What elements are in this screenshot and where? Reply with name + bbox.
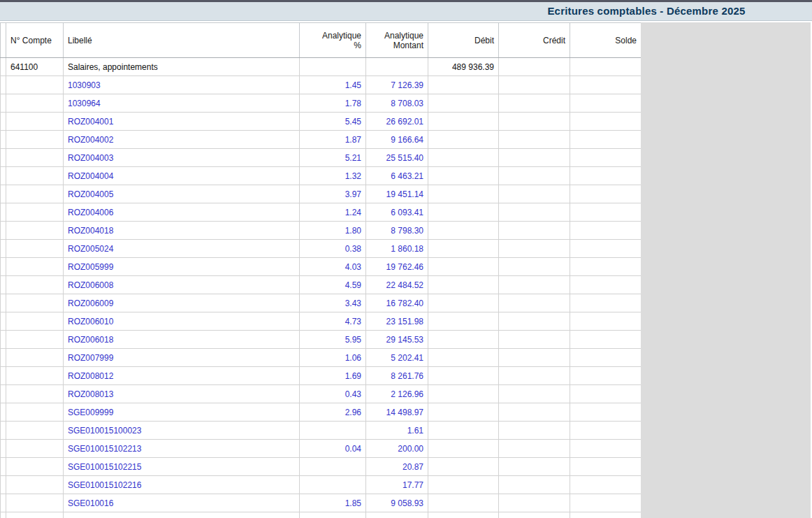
- label-cell[interactable]: 1030903: [64, 76, 300, 94]
- label-cell[interactable]: ROZ004018: [64, 222, 300, 240]
- account-cell: [6, 240, 64, 258]
- table-row: ROZ008013 0.43 2 126.96: [1, 385, 641, 403]
- label-cell[interactable]: ROZ006018: [64, 331, 300, 349]
- label-cell[interactable]: 1030964: [64, 94, 300, 113]
- account-cell: [6, 149, 64, 167]
- solde-cell: [570, 76, 641, 94]
- row-marker-cell: [1, 131, 6, 149]
- column-header-credit: Crédit: [499, 23, 570, 58]
- row-marker-cell: [1, 403, 6, 422]
- row-marker-cell: [1, 185, 6, 203]
- analytic-pct-cell: 3.43: [300, 294, 366, 312]
- solde-cell: [570, 203, 641, 222]
- solde-cell: [570, 403, 641, 422]
- credit-cell: [499, 512, 570, 518]
- analytic-pct-cell: 0.04: [300, 440, 366, 458]
- solde-cell: [570, 113, 641, 131]
- label-cell[interactable]: ROZ004006: [64, 203, 300, 222]
- row-marker-cell: [1, 167, 6, 185]
- table-row: 641100 Salaires, appointements 489 936.3…: [1, 58, 641, 76]
- label-cell[interactable]: ROZ005024: [64, 240, 300, 258]
- debit-cell: [428, 258, 499, 276]
- solde-cell: [570, 167, 641, 185]
- analytic-pct-cell: [300, 422, 366, 440]
- analytic-pct-cell: 1.80: [300, 222, 366, 240]
- account-cell: [6, 331, 64, 349]
- analytic-pct-cell: [300, 476, 366, 494]
- label-cell[interactable]: ROZ008013: [64, 385, 300, 403]
- analytic-pct-cell: 0.38: [300, 240, 366, 258]
- debit-cell: [428, 276, 499, 294]
- label-cell[interactable]: SGE010015102216: [64, 476, 300, 494]
- account-cell: [6, 167, 64, 185]
- app-window: Ecritures comptables - Décembre 2025 N° …: [0, 0, 812, 518]
- label-cell[interactable]: SGE010015102213: [64, 440, 300, 458]
- analytic-pct-cell: 5.45: [300, 113, 366, 131]
- credit-cell: [499, 76, 570, 94]
- column-header-marker: [1, 23, 6, 58]
- debit-cell: [428, 131, 499, 149]
- row-marker-cell: [1, 58, 6, 76]
- analytic-pct-cell: 1.85: [300, 494, 366, 512]
- debit-cell: [428, 403, 499, 422]
- solde-cell: [570, 312, 641, 331]
- credit-cell: [499, 476, 570, 494]
- table-row: [1, 512, 641, 518]
- label-cell[interactable]: SGE010015102215: [64, 458, 300, 476]
- label-cell[interactable]: ROZ004004: [64, 167, 300, 185]
- account-cell: [6, 276, 64, 294]
- solde-cell: [570, 58, 641, 76]
- analytic-amount-cell: 1 860.18: [366, 240, 428, 258]
- label-cell[interactable]: SGE009999: [64, 403, 300, 422]
- analytic-amount-cell: 20.87: [366, 458, 428, 476]
- label-cell[interactable]: ROZ006010: [64, 312, 300, 331]
- credit-cell: [499, 258, 570, 276]
- label-cell[interactable]: ROZ004001: [64, 113, 300, 131]
- column-header-debit: Débit: [428, 23, 499, 58]
- analytic-amount-cell: 1.61: [366, 422, 428, 440]
- solde-cell: [570, 349, 641, 367]
- account-cell: [6, 367, 64, 385]
- debit-cell: [428, 458, 499, 476]
- analytic-pct-cell: 1.24: [300, 203, 366, 222]
- analytic-amount-cell: [366, 58, 428, 76]
- debit-cell: [428, 167, 499, 185]
- analytic-amount-cell: 9 166.64: [366, 131, 428, 149]
- analytic-pct-cell: 1.06: [300, 349, 366, 367]
- analytic-pct-cell: 1.45: [300, 76, 366, 94]
- solde-cell: [570, 458, 641, 476]
- row-marker-cell: [1, 440, 6, 458]
- row-marker-cell: [1, 276, 6, 294]
- row-marker-cell: [1, 367, 6, 385]
- solde-cell: [570, 185, 641, 203]
- table-row: SGE010015102215 20.87: [1, 458, 641, 476]
- analytic-pct-cell: [300, 58, 366, 76]
- credit-cell: [499, 494, 570, 512]
- label-cell[interactable]: SGE010015100023: [64, 422, 300, 440]
- debit-cell: [428, 222, 499, 240]
- table-row: SGE009999 2.96 14 498.97: [1, 403, 641, 422]
- label-cell: [64, 512, 300, 518]
- credit-cell: [499, 294, 570, 312]
- row-marker-cell: [1, 458, 6, 476]
- debit-cell: [428, 476, 499, 494]
- label-cell[interactable]: ROZ007999: [64, 349, 300, 367]
- solde-cell: [570, 385, 641, 403]
- credit-cell: [499, 131, 570, 149]
- label-cell[interactable]: SGE010016: [64, 494, 300, 512]
- label-cell[interactable]: ROZ005999: [64, 258, 300, 276]
- account-cell: [6, 258, 64, 276]
- label-cell[interactable]: ROZ004005: [64, 185, 300, 203]
- row-marker-cell: [1, 476, 6, 494]
- analytic-amount-cell: 8 261.76: [366, 367, 428, 385]
- analytic-pct-cell: 1.32: [300, 167, 366, 185]
- label-cell[interactable]: ROZ006008: [64, 276, 300, 294]
- label-cell[interactable]: ROZ004003: [64, 149, 300, 167]
- label-cell[interactable]: ROZ004002: [64, 131, 300, 149]
- label-cell[interactable]: ROZ008012: [64, 367, 300, 385]
- credit-cell: [499, 440, 570, 458]
- analytic-amount-cell: 9 058.93: [366, 494, 428, 512]
- analytic-pct-cell: 3.97: [300, 185, 366, 203]
- label-cell[interactable]: ROZ006009: [64, 294, 300, 312]
- account-cell: [6, 458, 64, 476]
